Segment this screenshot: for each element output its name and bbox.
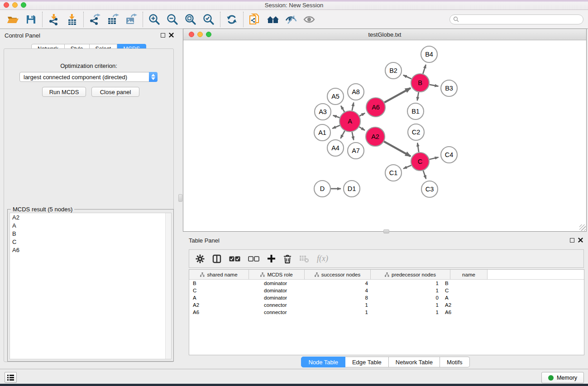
graph-edge-B-B2[interactable]	[403, 75, 411, 79]
export-image-button[interactable]	[122, 11, 140, 28]
graph-edge-C-C3[interactable]	[423, 171, 426, 179]
new-network-from-file-button[interactable]	[246, 11, 264, 28]
result-list-item[interactable]: B	[10, 229, 171, 238]
search-box[interactable]	[449, 14, 583, 24]
graph-node-B1[interactable]: B1	[407, 103, 424, 119]
graph-node-A[interactable]: A	[339, 111, 360, 132]
home-button[interactable]	[264, 11, 282, 28]
tab-motifs[interactable]: Motifs	[440, 357, 470, 367]
graph-node-B2[interactable]: B2	[385, 62, 402, 79]
open-session-button[interactable]	[4, 11, 22, 28]
result-list-item[interactable]: A2	[10, 213, 171, 221]
graph-edge-C-C1[interactable]	[403, 165, 411, 168]
table-row[interactable]: A2connector11A2	[189, 301, 584, 309]
graph-node-C4[interactable]: C4	[441, 147, 457, 163]
graph-node-D1[interactable]: D1	[344, 181, 360, 197]
graph-node-A7[interactable]: A7	[348, 143, 364, 159]
zoom-fit-button[interactable]	[182, 11, 200, 28]
graph-edge-A-A8[interactable]	[352, 103, 354, 111]
column-header-MCDS-role[interactable]: MCDS role	[249, 270, 305, 279]
tab-network-table[interactable]: Network Table	[389, 357, 440, 367]
memory-button[interactable]: Memory	[541, 372, 584, 383]
graph-node-B4[interactable]: B4	[421, 46, 437, 62]
result-list-scrollbar[interactable]	[165, 213, 171, 359]
table-row[interactable]: Bdominator41B	[189, 280, 584, 287]
graph-edge-A2-C[interactable]	[384, 142, 411, 157]
table-settings-button[interactable]	[196, 254, 205, 263]
search-input[interactable]	[461, 15, 583, 24]
graph-node-C[interactable]: C	[411, 152, 429, 171]
close-table-panel-icon[interactable]	[578, 238, 583, 243]
export-table-button[interactable]	[104, 11, 122, 28]
table-cell: 1	[371, 281, 444, 286]
select-all-button[interactable]	[229, 256, 240, 262]
result-list-item[interactable]: A	[10, 221, 171, 229]
result-list-item[interactable]: A6	[10, 246, 171, 254]
graph-edge-A-A7[interactable]	[352, 132, 354, 140]
import-network-button[interactable]	[45, 11, 63, 28]
hide-panels-button[interactable]	[282, 11, 300, 28]
column-type-icon	[315, 272, 319, 277]
graph-node-C1[interactable]: C1	[385, 165, 402, 181]
deselect-all-button[interactable]	[248, 256, 259, 262]
graph-edge-A-A5[interactable]	[341, 106, 344, 112]
node-label: B1	[411, 108, 420, 115]
zoom-in-button[interactable]	[145, 11, 163, 28]
window-resize-grip[interactable]	[579, 224, 586, 231]
network-window-titlebar[interactable]: testGlobe.txt	[183, 29, 586, 40]
graph-edge-C-C4[interactable]	[429, 157, 438, 159]
result-list-item[interactable]: C	[10, 238, 171, 246]
graph-node-A5[interactable]: A5	[327, 88, 344, 105]
table-row[interactable]: Adominator80A	[189, 294, 584, 301]
graph-node-B[interactable]: B	[411, 74, 429, 92]
column-header-shared-name[interactable]: shared name	[189, 270, 249, 279]
tab-edge-table[interactable]: Edge Table	[345, 357, 389, 367]
vertical-splitter-grip[interactable]	[178, 194, 182, 202]
show-column-button[interactable]	[212, 254, 221, 263]
show-panels-list-button[interactable]	[5, 372, 17, 383]
graph-node-D[interactable]: D	[314, 181, 330, 197]
graph-edge-B-B3[interactable]	[430, 85, 439, 86]
graph-node-C2[interactable]: C2	[408, 124, 424, 140]
graph-node-A1[interactable]: A1	[314, 124, 330, 141]
graph-edge-A6-B[interactable]	[384, 88, 411, 103]
close-panel-icon[interactable]	[169, 33, 174, 38]
criterion-select[interactable]: largest connected component (directed)	[19, 72, 158, 82]
column-header-predecessor-nodes[interactable]: predecessor nodes	[371, 270, 450, 279]
table-row[interactable]: A6connector11A6	[189, 309, 584, 316]
graph-edge-B-B1[interactable]	[417, 92, 419, 101]
close-panel-button[interactable]: Close panel	[91, 87, 139, 97]
delete-column-button[interactable]	[283, 254, 292, 263]
export-network-button[interactable]	[86, 11, 104, 28]
graph-node-A8[interactable]: A8	[348, 84, 364, 100]
graph-edge-B-B4[interactable]	[423, 65, 425, 74]
graph-edge-A-A2[interactable]	[359, 127, 365, 130]
graph-node-A3[interactable]: A3	[315, 104, 331, 120]
run-mcds-button[interactable]: Run MCDS	[42, 87, 86, 97]
horizontal-splitter-grip[interactable]	[383, 229, 389, 234]
graph-node-A2[interactable]: A2	[366, 127, 385, 146]
column-header-successor-nodes[interactable]: successor nodes	[305, 270, 371, 279]
graph-node-C3[interactable]: C3	[421, 181, 438, 197]
float-panel-icon[interactable]	[161, 33, 165, 38]
zoom-out-button[interactable]	[163, 11, 182, 28]
graph-node-A6[interactable]: A6	[366, 98, 385, 117]
table-row[interactable]: Cdominator41C	[189, 287, 584, 294]
import-table-button[interactable]	[63, 11, 81, 28]
show-panels-button[interactable]	[300, 11, 318, 28]
refresh-button[interactable]	[223, 11, 241, 28]
graph-node-B3[interactable]: B3	[441, 80, 457, 96]
add-column-button[interactable]	[267, 254, 276, 263]
graph-edge-A-A3[interactable]	[333, 115, 340, 118]
tab-node-table[interactable]: Node Table	[301, 357, 345, 367]
graph-edge-A-A1[interactable]	[332, 125, 340, 129]
graph-edge-A-A4[interactable]	[340, 131, 344, 138]
column-header-name[interactable]: name	[450, 270, 488, 279]
graph-edge-A-A6[interactable]	[359, 113, 365, 116]
graph-node-A4[interactable]: A4	[327, 140, 344, 156]
network-canvas[interactable]: AA1A2A3A4A5A6A7A8BB1B2B3B4CC1C2C3C4DD1	[183, 40, 586, 231]
save-session-button[interactable]	[22, 11, 40, 28]
graph-edge-C-C2[interactable]	[417, 143, 419, 152]
zoom-selected-button[interactable]	[200, 11, 218, 28]
float-table-panel-icon[interactable]	[570, 238, 574, 243]
